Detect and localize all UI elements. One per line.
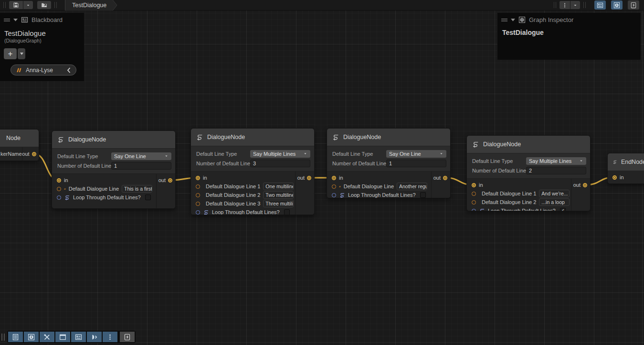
number-field[interactable]: 1	[386, 160, 446, 167]
line-type-dropdown[interactable]: Say One Line	[111, 152, 171, 160]
exec-in-port[interactable]	[196, 176, 200, 180]
toggle-bolt-button[interactable]	[628, 0, 639, 10]
blackboard-icon	[21, 16, 28, 23]
quote-in-port[interactable]	[196, 184, 200, 189]
panel-blackboard-button[interactable]	[71, 332, 86, 342]
variable-name: Anna-Lyse	[26, 67, 53, 74]
bottom-toolbar	[0, 330, 136, 344]
node-title: EndNode	[621, 159, 644, 165]
exec-in-port[interactable]	[57, 178, 61, 183]
line-type-dropdown[interactable]: Say Multiple Lines	[250, 150, 310, 158]
tab-chevron-icon	[113, 0, 118, 11]
loop-checkbox[interactable]	[420, 192, 426, 198]
exec-in-port[interactable]	[472, 183, 476, 187]
dialogue-line-field[interactable]: Two multiline	[263, 191, 294, 199]
node-title-bar[interactable]: DialogueNode	[191, 129, 314, 146]
port-label: Default Dialogue Line	[69, 186, 119, 192]
panel-tools-button[interactable]	[40, 332, 54, 342]
exec-out-port[interactable]	[443, 176, 447, 180]
quote-in-port[interactable]	[332, 184, 336, 189]
port-row-quote: Default Dialogue Line 3Three multilin	[191, 199, 295, 208]
panel-console-button[interactable]	[8, 332, 23, 342]
toolbar-drag-handle[interactable]	[1, 334, 5, 341]
port-row-loop: Loop Through Default Lines?	[191, 208, 295, 215]
loop-in-port[interactable]	[196, 210, 200, 215]
toggle-blackboard-button[interactable]	[594, 0, 606, 10]
collapse-chevron-icon[interactable]	[67, 67, 71, 73]
quote-in-port[interactable]	[196, 202, 200, 206]
add-variable-button[interactable]: +	[4, 48, 17, 59]
property-label: Default Line Type	[57, 153, 111, 159]
loop-in-port[interactable]	[57, 195, 61, 200]
info-icon	[518, 16, 526, 23]
panel-dialogue-button[interactable]	[87, 332, 102, 342]
drag-handle-icon[interactable]	[4, 18, 10, 22]
squiggle-icon	[57, 136, 64, 143]
exec-out-port[interactable]	[583, 183, 587, 187]
toolbar-separator	[54, 2, 57, 8]
save-button[interactable]	[9, 1, 23, 9]
dropdown-value: Say Multiple Lines	[529, 158, 571, 164]
exec-in-port[interactable]	[332, 176, 336, 180]
dialogue-node-3[interactable]: DialogueNodeDefault Line TypeSay One Lin…	[327, 128, 451, 198]
overflow-menu-dropdown-button[interactable]	[570, 1, 580, 9]
node-title-bar[interactable]: EndNode	[608, 153, 644, 171]
dialogue-line-field[interactable]: One multiline	[263, 183, 294, 190]
panel-window-button[interactable]	[55, 332, 70, 342]
save-options-button[interactable]	[23, 1, 33, 9]
number-field[interactable]: 1	[111, 162, 171, 170]
quote-in-port[interactable]	[57, 187, 61, 191]
exec-out-port[interactable]	[168, 178, 172, 183]
exec-in-port[interactable]	[612, 175, 617, 180]
node-title-bar[interactable]: DialogueNode	[467, 136, 590, 153]
panel-more-button[interactable]	[103, 332, 117, 342]
dialogue-line-field[interactable]: This is a first	[122, 185, 152, 193]
squiggle-icon	[339, 192, 345, 198]
node-title-bar[interactable]: Node	[0, 129, 39, 147]
number-field[interactable]: 3	[250, 160, 310, 167]
node-properties: Default Line TypeSay Multiple LinesNumbe…	[467, 153, 590, 179]
dialogue-line-field[interactable]: And we're...	[539, 190, 570, 197]
variable-pill[interactable]: Anna-Lyse	[11, 65, 76, 75]
loop-checkbox[interactable]: ✓	[560, 208, 566, 211]
dialogue-node-1[interactable]: DialogueNodeDefault Line TypeSay One Lin…	[52, 130, 176, 209]
overflow-menu-button[interactable]	[560, 1, 570, 9]
graph-inspector-panel: Graph Inspector TestDialogue	[497, 13, 641, 60]
loop-checkbox[interactable]	[145, 194, 151, 200]
number-field[interactable]: 2	[526, 167, 586, 174]
quote-in-port[interactable]	[472, 200, 476, 205]
quote-icon	[339, 184, 341, 189]
port-row-quote: Default Dialogue Line 1One multiline	[191, 182, 295, 191]
add-variable-dropdown[interactable]	[18, 48, 25, 59]
quote-in-port[interactable]	[196, 193, 200, 197]
drag-handle-icon[interactable]	[501, 18, 507, 22]
dialogue-line-field[interactable]: ...in a loop	[539, 198, 570, 206]
exec-out-port[interactable]	[32, 152, 36, 156]
kebab-icon	[562, 2, 568, 8]
toggle-graph-inspector-button[interactable]	[611, 0, 623, 10]
node-title-bar[interactable]: DialogueNode	[327, 129, 450, 146]
speaker-node[interactable]: NodekerNameout	[0, 129, 39, 161]
dialogue-line-field[interactable]: Another regu	[397, 183, 427, 190]
quote-icon	[64, 186, 66, 192]
show-in-project-button[interactable]	[37, 1, 51, 9]
foldout-icon[interactable]	[13, 18, 18, 22]
loop-in-port[interactable]	[332, 193, 336, 197]
dialogue-node-4[interactable]: DialogueNodeDefault Line TypeSay Multipl…	[466, 135, 591, 211]
quote-icon	[16, 67, 21, 73]
exec-out-port[interactable]	[307, 176, 311, 180]
panel-inspector-button[interactable]	[24, 332, 39, 342]
end-node[interactable]: EndNodein	[607, 153, 644, 184]
foldout-icon[interactable]	[511, 18, 515, 22]
loop-checkbox[interactable]	[284, 209, 290, 215]
quote-in-port[interactable]	[472, 192, 476, 196]
toolbar-separator	[583, 2, 586, 8]
dialogue-line-field[interactable]: Three multilin	[263, 200, 294, 207]
line-type-dropdown[interactable]: Say Multiple Lines	[526, 157, 586, 165]
loop-in-port[interactable]	[472, 209, 476, 212]
dialogue-node-2[interactable]: DialogueNodeDefault Line TypeSay Multipl…	[190, 128, 315, 215]
panel-bolt-button[interactable]	[120, 332, 135, 342]
node-title-bar[interactable]: DialogueNode	[52, 131, 175, 149]
graph-tab[interactable]: TestDialogue	[65, 0, 113, 11]
line-type-dropdown[interactable]: Say One Line	[386, 150, 446, 158]
